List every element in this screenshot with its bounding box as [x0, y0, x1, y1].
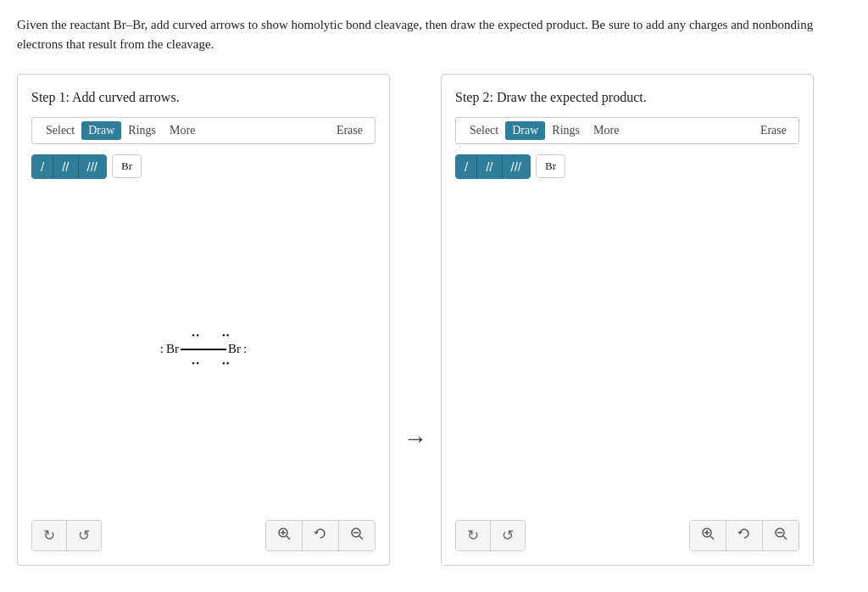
- panels-row: Step 1: Add curved arrows. Select Draw R…: [17, 74, 851, 566]
- step1-zoom-in-btn[interactable]: [266, 521, 303, 550]
- step2-zoom-in-btn[interactable]: [690, 521, 726, 550]
- step1-molecule: •• •• : Br Br : •• ••: [160, 330, 247, 368]
- step1-bond: [181, 349, 226, 350]
- step1-br1-top-dots: ••: [192, 330, 200, 340]
- step2-canvas[interactable]: [455, 187, 799, 511]
- step2-zoom-out-btn[interactable]: [763, 521, 798, 550]
- step1-top-dots: •• ••: [176, 330, 230, 340]
- step2-more-button[interactable]: More: [587, 121, 626, 140]
- step2-zoom-reset-btn[interactable]: [726, 521, 763, 550]
- step1-canvas[interactable]: •• •• : Br Br : •• ••: [31, 187, 376, 511]
- step2-undo-redo-group: ↻ ↺: [455, 520, 526, 551]
- step1-br2-bottom-dots: ••: [222, 358, 231, 368]
- step1-single-bond-btn[interactable]: /: [32, 155, 53, 178]
- svg-line-12: [783, 536, 787, 539]
- step1-more-button[interactable]: More: [163, 121, 202, 140]
- step2-draw-tools: / // /// Br: [455, 154, 799, 179]
- svg-line-8: [710, 536, 714, 539]
- step2-panel: Step 2: Draw the expected product. Selec…: [441, 74, 814, 566]
- step1-toolbar: Select Draw Rings More Erase: [31, 117, 376, 144]
- step2-bond-group: / // ///: [455, 154, 531, 179]
- step2-draw-button[interactable]: Draw: [505, 121, 545, 140]
- step1-br1-label: Br: [166, 342, 179, 356]
- step2-single-bond-btn[interactable]: /: [456, 155, 477, 178]
- step1-br1-bottom-dots: ••: [192, 358, 200, 368]
- instructions-text: Given the reactant Br–Br, add curved arr…: [17, 15, 848, 55]
- step2-triple-bond-btn[interactable]: ///: [503, 155, 531, 178]
- step1-bottom-dots: •• ••: [176, 358, 230, 368]
- step1-rings-button[interactable]: Rings: [121, 121, 163, 140]
- step1-redo-btn[interactable]: ↺: [67, 521, 101, 550]
- step1-zoom-group: [265, 520, 376, 551]
- step1-triple-bond-btn[interactable]: ///: [79, 155, 107, 178]
- step1-erase-button[interactable]: Erase: [331, 121, 368, 140]
- step1-undo-redo-group: ↻ ↺: [31, 520, 102, 551]
- step2-double-bond-btn[interactable]: //: [477, 155, 502, 178]
- step2-rings-button[interactable]: Rings: [545, 121, 587, 140]
- step1-zoom-reset-btn[interactable]: [303, 521, 339, 550]
- step2-redo-btn[interactable]: ↺: [491, 521, 525, 550]
- step1-colon-left: :: [160, 342, 164, 356]
- step1-colon-right: :: [243, 342, 247, 356]
- step1-bond-group: / // ///: [31, 154, 107, 179]
- step1-draw-tools: / // /// Br: [31, 154, 376, 179]
- step1-panel: Step 1: Add curved arrows. Select Draw R…: [17, 74, 390, 566]
- step2-erase-button[interactable]: Erase: [755, 121, 792, 140]
- step1-br2-label: Br: [228, 342, 241, 356]
- step2-title: Step 2: Draw the expected product.: [455, 90, 799, 105]
- step2-undo-btn[interactable]: ↻: [456, 521, 491, 550]
- step1-br-button[interactable]: Br: [112, 154, 142, 178]
- step2-zoom-group: [689, 520, 799, 551]
- step1-draw-button[interactable]: Draw: [81, 121, 121, 140]
- step1-bottom-controls: ↻ ↺: [31, 520, 376, 551]
- step1-select-button[interactable]: Select: [39, 121, 81, 140]
- step1-double-bond-btn[interactable]: //: [53, 155, 78, 178]
- step2-toolbar: Select Draw Rings More Erase: [455, 117, 799, 144]
- reaction-arrow: →: [390, 74, 441, 566]
- step1-title: Step 1: Add curved arrows.: [31, 90, 376, 105]
- svg-line-5: [359, 536, 363, 539]
- step1-zoom-out-btn[interactable]: [339, 521, 375, 550]
- step2-br-button[interactable]: Br: [536, 154, 565, 178]
- step2-bottom-controls: ↻ ↺: [455, 520, 799, 551]
- step1-mol-row: : Br Br :: [160, 342, 247, 356]
- svg-line-1: [287, 536, 290, 539]
- step1-undo-btn[interactable]: ↻: [32, 521, 67, 550]
- step2-select-button[interactable]: Select: [463, 121, 505, 140]
- step1-br2-top-dots: ••: [222, 330, 231, 340]
